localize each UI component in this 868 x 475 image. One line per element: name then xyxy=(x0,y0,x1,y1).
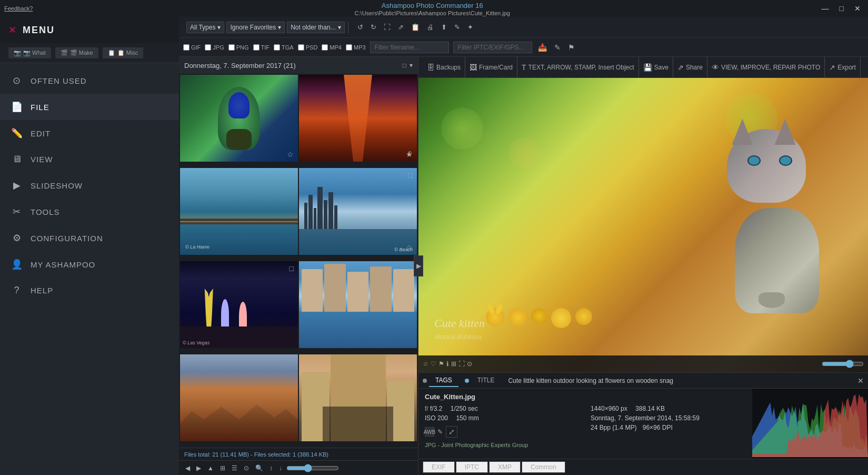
share-button[interactable]: ⇗ xyxy=(395,22,406,33)
xmp-tab[interactable]: XMP xyxy=(489,461,521,473)
date-group-label: Donnerstag, 7. September 2017 (21) xyxy=(184,62,296,70)
thumb-peacock[interactable]: ☆ xyxy=(180,75,298,162)
sidebar-item-slideshow[interactable]: ▶ SLIDESHOW xyxy=(0,172,179,199)
rotate-right-button[interactable]: ↻ xyxy=(368,22,379,33)
sidebar-item-help[interactable]: ? HELP xyxy=(0,278,179,303)
sidebar-item-edit[interactable]: ✏️ EDIT xyxy=(0,120,179,146)
browser-expand-arrow[interactable]: ▶ xyxy=(414,255,423,276)
sort-asc-button[interactable]: ↓ xyxy=(277,463,284,473)
preview-fit-button[interactable]: ⊙ xyxy=(467,360,472,368)
sidebar-item-often-used[interactable]: ⊙ OFTEN USED xyxy=(0,67,179,94)
tga-checkbox-label[interactable]: TGA xyxy=(274,44,294,51)
feedback-link[interactable]: Feedback? xyxy=(4,5,33,12)
tif-checkbox-label[interactable]: TIF xyxy=(253,44,270,51)
thumb-old-town[interactable] xyxy=(299,354,417,441)
preview-heart-button[interactable]: ♡ xyxy=(431,360,436,368)
sidebar-make-button[interactable]: 🎬 🎬 Make xyxy=(55,47,98,58)
preview-info-button[interactable]: ℹ xyxy=(446,360,449,368)
thumb-canyon[interactable]: © ★ xyxy=(299,75,417,162)
preview-zoom-slider[interactable] xyxy=(822,360,864,368)
date-collapse-button[interactable]: □ xyxy=(403,62,406,69)
filename-filter-input[interactable] xyxy=(370,42,449,53)
share-preview-button[interactable]: ⇗ Share xyxy=(677,63,703,72)
thumb-check2-icon: □ xyxy=(290,264,294,273)
sidebar-item-tools[interactable]: ✂ TOOLS xyxy=(0,199,179,225)
frame-icon: 🖼 xyxy=(470,63,477,72)
star-button[interactable]: ✦ xyxy=(465,22,476,33)
text-tools-button[interactable]: T TEXT, ARROW, STAMP, Insert Object xyxy=(522,63,634,72)
thumb-bridge[interactable]: © La Havre xyxy=(180,168,298,255)
sort-button[interactable]: ↕ xyxy=(267,463,275,473)
edit-btn[interactable]: ✎ xyxy=(452,22,463,33)
tga-checkbox[interactable] xyxy=(274,44,280,51)
psd-checkbox-label[interactable]: PSD xyxy=(298,44,318,51)
png-checkbox-label[interactable]: PNG xyxy=(228,44,249,51)
fullscreen-button[interactable]: ⛶ xyxy=(381,22,393,33)
common-tab[interactable]: Common xyxy=(522,461,565,473)
grid-view-button[interactable]: ⊞ xyxy=(218,463,227,473)
search-button[interactable]: 🔍 xyxy=(253,463,265,473)
thumb-vegas[interactable]: © Las Vegas □ xyxy=(180,261,298,348)
thumb-grand-canyon[interactable] xyxy=(180,354,298,441)
jpg-checkbox[interactable] xyxy=(205,44,211,51)
expand-info-button[interactable]: ⤢ xyxy=(446,426,457,438)
view-improve-button[interactable]: 👁 VIEW, IMPROVE, REPAIR PHOTO xyxy=(712,63,820,72)
info-panel: TAGS TITLE Cute little kitten outdoor lo… xyxy=(418,372,868,475)
iptc-filter-input[interactable] xyxy=(453,42,532,53)
nav-prev-button[interactable]: ◀ xyxy=(183,463,192,473)
pen-button[interactable]: ✎ xyxy=(553,42,562,53)
filter-date-select[interactable]: Not older than... ▾ xyxy=(287,22,344,33)
sidebar-item-file[interactable]: 📄 FILE xyxy=(0,94,179,120)
export-button[interactable]: ↗ Export xyxy=(829,63,856,72)
iptc-tab[interactable]: IPTC xyxy=(456,461,488,473)
nav-up-button[interactable]: ▲ xyxy=(205,463,216,473)
tab-title[interactable]: TITLE xyxy=(471,374,501,387)
sidebar-what-button[interactable]: 📷 📷 What xyxy=(8,47,51,58)
close-window-button[interactable]: ✕ xyxy=(851,4,864,13)
mp3-checkbox[interactable] xyxy=(346,44,352,51)
nav-next-button[interactable]: ▶ xyxy=(194,463,203,473)
backups-button[interactable]: 🗄 Backups xyxy=(427,63,461,72)
mp4-checkbox-label[interactable]: MP4 xyxy=(322,44,342,51)
minimize-button[interactable]: — xyxy=(819,4,832,13)
zoom-slider[interactable] xyxy=(286,464,339,472)
tab-tags[interactable]: TAGS xyxy=(429,374,458,387)
filter-favorites-select[interactable]: Ignore Favorites ▾ xyxy=(226,22,285,33)
preview-compare-button[interactable]: ⊞ xyxy=(451,360,456,368)
date-group-header: Donnerstag, 7. September 2017 (21) □ ▾ xyxy=(179,57,418,74)
preview-tag-button[interactable]: ⚑ xyxy=(438,360,444,368)
psd-checkbox[interactable] xyxy=(298,44,304,51)
sidebar-item-configuration[interactable]: ⚙ CONFIGURATION xyxy=(0,225,179,251)
awb-edit-button[interactable]: ✎ xyxy=(437,428,443,436)
import-button[interactable]: 📥 xyxy=(536,42,548,53)
sidebar-misc-button[interactable]: 📋 📋 Misc xyxy=(103,47,144,58)
thumb-venice[interactable] xyxy=(299,261,417,348)
preview-fullscreen2-button[interactable]: ⛶ xyxy=(458,360,465,368)
png-checkbox[interactable] xyxy=(228,44,235,51)
gif-checkbox-label[interactable]: GIF xyxy=(183,44,201,51)
maximize-button[interactable]: □ xyxy=(836,4,847,13)
tag-button[interactable]: ⚑ xyxy=(566,42,576,53)
gif-checkbox[interactable] xyxy=(183,44,189,51)
tif-checkbox[interactable] xyxy=(253,44,260,51)
preview-star-button[interactable]: ☆ xyxy=(423,360,428,368)
info-close-button[interactable]: ✕ xyxy=(857,377,864,385)
frame-card-button[interactable]: 🖼 Frame/Card xyxy=(470,63,513,72)
save-button[interactable]: 💾 Save xyxy=(643,63,669,72)
exif-tab[interactable]: EXIF xyxy=(423,461,455,473)
copy-button[interactable]: 📋 xyxy=(408,22,422,33)
thumb-city[interactable]: © Beach ☆ □ xyxy=(299,168,417,255)
mp3-checkbox-label[interactable]: MP3 xyxy=(346,44,366,51)
sidebar-item-my-ashampoo[interactable]: 👤 MY ASHAMPOO xyxy=(0,251,179,278)
sidebar-item-view[interactable]: 🖥 VIEW xyxy=(0,146,179,172)
filter-type-select[interactable]: All Types ▾ xyxy=(186,22,224,33)
date-expand-button[interactable]: ▾ xyxy=(410,62,413,69)
zoom-fit-button[interactable]: ⊙ xyxy=(242,463,251,473)
rotate-left-button[interactable]: ↺ xyxy=(355,22,366,33)
print-button[interactable]: 🖨 xyxy=(424,22,436,33)
mp4-checkbox[interactable] xyxy=(322,44,328,51)
upload-button[interactable]: ⬆ xyxy=(438,22,450,33)
list-view-button[interactable]: ☰ xyxy=(230,463,240,473)
jpg-checkbox-label[interactable]: JPG xyxy=(205,44,224,51)
sidebar-close-icon[interactable]: ✕ xyxy=(8,24,16,36)
